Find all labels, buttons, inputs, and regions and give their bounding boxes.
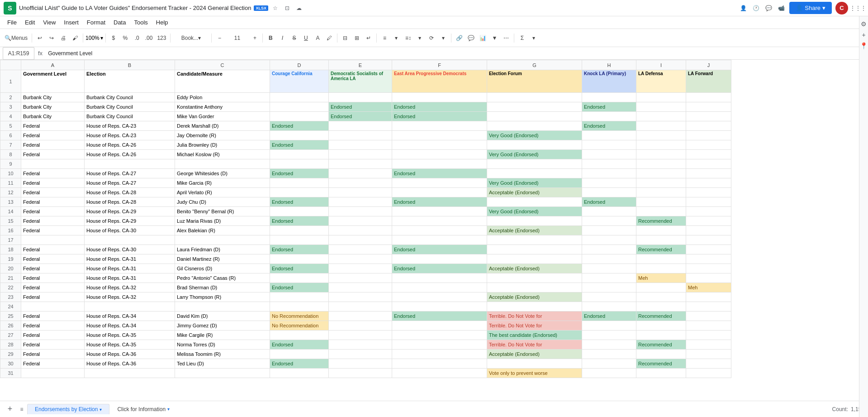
cell-8-f[interactable] (392, 150, 487, 159)
cell-29-d[interactable] (270, 350, 329, 359)
cell-30-j[interactable] (686, 359, 731, 369)
cell-11-b[interactable]: House of Reps. CA-27 (85, 178, 175, 188)
cell-25-f[interactable]: Endorsed (392, 312, 487, 321)
merge-button[interactable]: ⊞ (351, 32, 362, 44)
cell-15-d[interactable]: Endorsed (270, 216, 329, 226)
cell-16-h[interactable] (582, 226, 636, 235)
cell-17-f[interactable] (392, 235, 487, 245)
cell-6-c[interactable]: Jay Obernolte (R) (175, 131, 270, 140)
menus-button[interactable]: 🔍 Menus (3, 32, 29, 44)
cell-12-c[interactable]: April Verlato (R) (175, 188, 270, 197)
cell-4-h[interactable] (582, 112, 636, 121)
cell-27-f[interactable] (392, 331, 487, 340)
header-d[interactable]: Courage California (270, 70, 329, 93)
cell-29-c[interactable]: Melissa Toomim (R) (175, 350, 270, 359)
cell-7-f[interactable] (392, 140, 487, 150)
cell-21-e[interactable] (329, 273, 392, 283)
zoom-select[interactable]: 100% ▾ (85, 35, 103, 41)
cell-16-d[interactable] (270, 226, 329, 235)
share-button[interactable]: 👤 Share ▾ (789, 2, 832, 14)
cell-2-f[interactable] (392, 93, 487, 102)
cell-18-b[interactable]: House of Reps. CA-30 (85, 245, 175, 254)
cell-9-i[interactable] (636, 159, 686, 169)
align-dropdown[interactable]: ▾ (391, 32, 402, 44)
cell-26-h[interactable] (582, 321, 636, 331)
meet-icon[interactable]: 📹 (777, 4, 786, 13)
cell-21-d[interactable] (270, 273, 329, 283)
cell-28-g[interactable]: Terrible. Do Not Vote for (487, 340, 582, 350)
cell-30-i[interactable]: Recommended (636, 359, 686, 369)
cell-17-g[interactable] (487, 235, 582, 245)
google-apps-icon[interactable]: ⋮⋮⋮ (852, 2, 864, 14)
cell-13-h[interactable]: Endorsed (582, 197, 636, 207)
cell-23-j[interactable] (686, 292, 731, 302)
cell-10-i[interactable] (636, 169, 686, 178)
cell-21-h[interactable] (582, 273, 636, 283)
cell-15-i[interactable]: Recommended (636, 216, 686, 226)
cell-9-b[interactable] (85, 159, 175, 169)
cell-13-a[interactable]: Federal (21, 197, 85, 207)
col-header-g[interactable]: G (487, 60, 582, 70)
cell-2-h[interactable] (582, 93, 636, 102)
cell-8-i[interactable] (636, 150, 686, 159)
menu-file[interactable]: File (4, 18, 20, 27)
cell-29-e[interactable] (329, 350, 392, 359)
cell-15-h[interactable] (582, 216, 636, 226)
cell-13-d[interactable]: Endorsed (270, 197, 329, 207)
cell-16-e[interactable] (329, 226, 392, 235)
cell-18-h[interactable] (582, 245, 636, 254)
row-num-12[interactable]: 12 (0, 188, 21, 197)
cell-25-c[interactable]: David Kim (D) (175, 312, 270, 321)
cell-25-a[interactable]: Federal (21, 312, 85, 321)
menu-data[interactable]: Data (110, 18, 129, 27)
more-formats-button[interactable]: ⋯ (501, 32, 512, 44)
cell-9-g[interactable] (487, 159, 582, 169)
cell-6-h[interactable] (582, 131, 636, 140)
cell-17-c[interactable] (175, 235, 270, 245)
cell-26-d[interactable]: No Recommendation (270, 321, 329, 331)
chart-button[interactable]: 📊 (477, 32, 488, 44)
cell-11-c[interactable]: Mike Garcia (R) (175, 178, 270, 188)
row-num-2[interactable]: 2 (0, 93, 21, 102)
row-num-4[interactable]: 4 (0, 112, 21, 121)
cell-22-a[interactable]: Federal (21, 283, 85, 292)
cell-2-j[interactable] (686, 93, 731, 102)
cell-20-g[interactable]: Acceptable (Endorsed) (487, 264, 582, 273)
cell-5-a[interactable]: Federal (21, 121, 85, 131)
cell-25-d[interactable]: No Recommendation (270, 312, 329, 321)
cell-23-h[interactable] (582, 292, 636, 302)
menu-tools[interactable]: Tools (130, 18, 151, 27)
cell-9-c[interactable] (175, 159, 270, 169)
cell-20-i[interactable] (636, 264, 686, 273)
align-left-button[interactable]: ≡ (379, 32, 390, 44)
cell-13-f[interactable]: Endorsed (392, 197, 487, 207)
cell-5-h[interactable]: Endorsed (582, 121, 636, 131)
row-num-23[interactable]: 23 (0, 292, 21, 302)
cell-18-e[interactable] (329, 245, 392, 254)
cell-26-i[interactable] (636, 321, 686, 331)
menu-format[interactable]: Format (83, 18, 109, 27)
cell-23-a[interactable]: Federal (21, 292, 85, 302)
cell-18-g[interactable] (487, 245, 582, 254)
cell-18-a[interactable]: Federal (21, 245, 85, 254)
cell-10-j[interactable] (686, 169, 731, 178)
cell-15-e[interactable] (329, 216, 392, 226)
strikethrough-button[interactable]: S (289, 32, 299, 44)
cell-24-g[interactable] (487, 302, 582, 312)
cell-14-j[interactable] (686, 207, 731, 216)
cell-29-i[interactable] (636, 350, 686, 359)
sheet-tab-endorsements[interactable]: Endorsements by Election ▾ (27, 404, 109, 414)
cell-25-j[interactable] (686, 312, 731, 321)
cell-10-h[interactable] (582, 169, 636, 178)
cell-29-a[interactable]: Federal (21, 350, 85, 359)
col-header-d[interactable]: D (270, 60, 329, 70)
cell-7-g[interactable] (487, 140, 582, 150)
cell-16-a[interactable]: Federal (21, 226, 85, 235)
row-num-1[interactable]: 1 (0, 70, 21, 93)
cell-6-i[interactable] (636, 131, 686, 140)
cell-15-a[interactable]: Federal (21, 216, 85, 226)
cell-4-a[interactable]: Burbank City (21, 112, 85, 121)
font-family-select[interactable]: Book... ▾ (173, 32, 209, 44)
cell-28-a[interactable]: Federal (21, 340, 85, 350)
menu-view[interactable]: View (39, 18, 59, 27)
